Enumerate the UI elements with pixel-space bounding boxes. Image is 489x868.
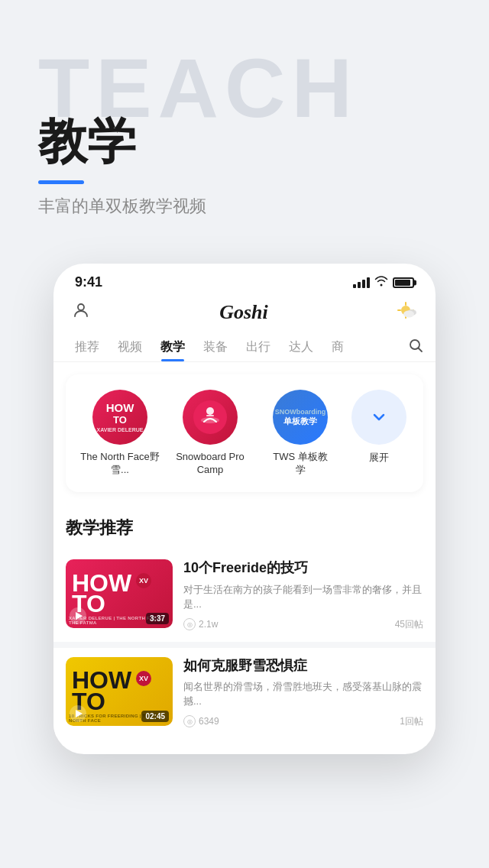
- tab-equipment[interactable]: 装备: [194, 333, 237, 361]
- snowboard-label: Snowboard Pro Camp: [168, 451, 252, 477]
- play-button-2[interactable]: [70, 705, 86, 722]
- battery-icon: [393, 277, 414, 288]
- user-avatar-icon[interactable]: [72, 301, 90, 324]
- status-bar: 9:41: [53, 264, 436, 295]
- category-section: HOW TO XAVIER DELERUE The North Face野雪..…: [66, 374, 423, 492]
- category-snowboard[interactable]: Snowboard Pro Camp: [168, 390, 252, 477]
- app-logo: Goshi: [219, 301, 268, 324]
- video-views-2: ◎ 6349: [183, 715, 219, 727]
- svg-point-7: [403, 311, 414, 318]
- video-card-1[interactable]: HOWTO XV XAVIER DELERUE | THE NORTH FACE…: [53, 550, 436, 640]
- video-desc-1: 对于生活在南方的孩子能看到一场雪非常的奢侈，并且是...: [183, 582, 423, 612]
- views-icon-2: ◎: [183, 715, 196, 727]
- video-thumb-1: HOWTO XV XAVIER DELERUE | THE NORTH FACE…: [66, 559, 173, 628]
- search-icon[interactable]: [408, 338, 423, 357]
- hero-accent-bar: [38, 180, 84, 184]
- tws-icon-circle: SNOWboarding 单板教学: [273, 390, 328, 445]
- video-meta-2: ◎ 6349 1回帖: [183, 715, 423, 728]
- views-icon-1: ◎: [183, 618, 196, 630]
- northface-icon: HOW TO XAVIER DELERUE: [92, 390, 147, 445]
- xv-badge-2: XV: [136, 671, 151, 686]
- expand-label: 展开: [369, 451, 389, 465]
- duration-1: 3:37: [146, 613, 169, 624]
- svg-point-0: [78, 304, 84, 310]
- snowboard-icon: [183, 390, 238, 445]
- svg-line-9: [419, 348, 423, 352]
- category-row: HOW TO XAVIER DELERUE The North Face野雪..…: [78, 390, 411, 477]
- video-comments-2: 1回帖: [400, 715, 423, 728]
- northface-label: The North Face野雪...: [78, 451, 162, 477]
- tab-travel[interactable]: 出行: [237, 333, 280, 361]
- expand-circle-icon: [351, 390, 406, 445]
- hero-section: TEACH 教学 丰富的单双板教学视频: [0, 0, 489, 248]
- tab-recommend[interactable]: 推荐: [66, 333, 108, 361]
- snowboard-icon-circle: [183, 390, 238, 445]
- wifi-icon: [374, 276, 388, 289]
- status-icons: [353, 276, 414, 289]
- video-info-1: 10个Freeride的技巧 对于生活在南方的孩子能看到一场雪非常的奢侈，并且是…: [183, 559, 423, 630]
- thumb-bg-yellow: HOWTO XV 10 TRICKS FOR FREERIDING | THE …: [66, 657, 173, 726]
- recommend-section: 教学推荐: [53, 504, 436, 539]
- recommend-title: 教学推荐: [66, 517, 423, 539]
- category-northface[interactable]: HOW TO XAVIER DELERUE The North Face野雪..…: [78, 390, 162, 477]
- video-meta-1: ◎ 2.1w 45回帖: [183, 618, 423, 631]
- hero-subtitle: 丰富的单双板教学视频: [38, 195, 451, 218]
- video-desc-2: 闻名世界的滑雪场，滑雪胜地班夫，感受落基山脉的震撼...: [183, 679, 423, 709]
- duration-2: 02:45: [141, 711, 169, 722]
- tab-teach[interactable]: 教学: [151, 333, 194, 361]
- tab-video[interactable]: 视频: [108, 333, 151, 361]
- expand-button[interactable]: 展开: [348, 390, 410, 465]
- card-divider: [53, 642, 436, 648]
- video-comments-1: 45回帖: [395, 618, 423, 631]
- video-title-1: 10个Freeride的技巧: [183, 559, 423, 577]
- svg-point-12: [206, 407, 214, 415]
- tab-expert[interactable]: 达人: [280, 333, 322, 361]
- northface-icon-circle: HOW TO XAVIER DELERUE: [92, 390, 147, 445]
- play-button-1[interactable]: [70, 607, 86, 624]
- tws-label: TWS 单板教学: [273, 451, 328, 477]
- phone-mockup: 9:41: [53, 264, 436, 754]
- nav-tabs: 推荐 视频 教学 装备 出行 达人 商: [53, 333, 436, 362]
- svg-rect-13: [206, 415, 214, 416]
- video-thumb-2: HOWTO XV 10 TRICKS FOR FREERIDING | THE …: [66, 657, 173, 726]
- category-tws[interactable]: SNOWboarding 单板教学 TWS 单板教学: [258, 390, 342, 477]
- video-views-1: ◎ 2.1w: [183, 618, 218, 630]
- signal-icon: [353, 277, 370, 288]
- weather-icon[interactable]: [397, 302, 417, 323]
- thumb-bg-pink: HOWTO XV XAVIER DELERUE | THE NORTH FACE…: [66, 559, 173, 628]
- video-info-2: 如何克服野雪恐惧症 闻名世界的滑雪场，滑雪胜地班夫，感受落基山脉的震撼... ◎…: [183, 657, 423, 728]
- tws-icon: SNOWboarding 单板教学: [273, 390, 328, 445]
- tab-shop[interactable]: 商: [322, 333, 353, 361]
- video-card-2[interactable]: HOWTO XV 10 TRICKS FOR FREERIDING | THE …: [53, 648, 436, 737]
- video-title-2: 如何克服野雪恐惧症: [183, 657, 423, 675]
- app-header: Goshi: [53, 295, 436, 333]
- status-time: 9:41: [75, 274, 102, 290]
- phone-mockup-wrapper: 9:41: [0, 248, 489, 769]
